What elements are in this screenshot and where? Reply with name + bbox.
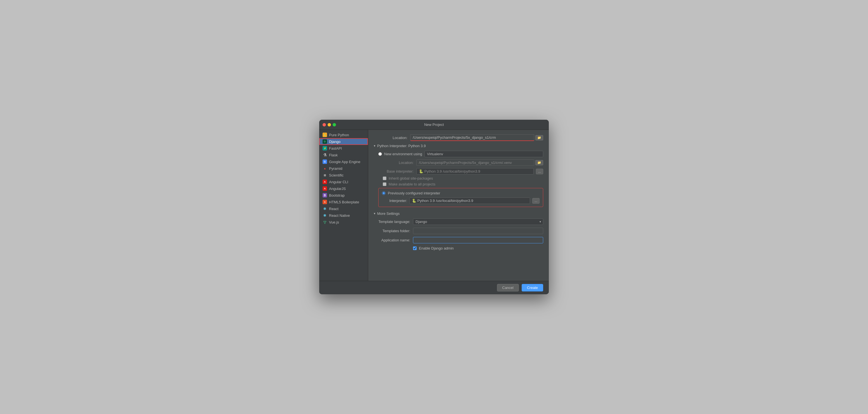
more-settings-header[interactable]: ▾ More Settings bbox=[374, 211, 543, 216]
sidebar-item-angularjs[interactable]: A AngularJS bbox=[319, 185, 368, 192]
new-environment-radio[interactable] bbox=[378, 152, 382, 156]
sidebar-item-vuejs[interactable]: ▽ Vue.js bbox=[319, 219, 368, 226]
sidebar-item-bootstrap[interactable]: B Bootstrap bbox=[319, 192, 368, 199]
make-available-checkbox[interactable] bbox=[383, 182, 386, 186]
make-available-label: Make available to all projects bbox=[389, 182, 435, 186]
application-name-label: Application name: bbox=[374, 238, 413, 242]
sidebar-item-scientific[interactable]: ⊞ Scientific bbox=[319, 172, 368, 178]
virtualenv-select[interactable]: Virtualenv bbox=[425, 151, 543, 157]
interpreter-browse-button[interactable]: ... bbox=[532, 198, 539, 204]
traffic-lights bbox=[322, 123, 336, 127]
google-icon: G bbox=[322, 160, 327, 164]
enable-django-admin-row: Enable Django admin bbox=[413, 246, 543, 250]
content-area: 🐍 Pure Python D Django ⚡ FastAPI ⚗ Flask… bbox=[319, 130, 549, 281]
sidebar-label-fastapi: FastAPI bbox=[329, 146, 342, 150]
venv-location-row: Location: 📁 bbox=[383, 160, 543, 166]
base-interpreter-select[interactable]: 🐍 Python 3.9 /usr/local/bin/python3.9 bbox=[416, 168, 534, 175]
interpreter-field-label: Interpreter: bbox=[382, 199, 407, 203]
interpreter-collapse-arrow: ▾ bbox=[374, 144, 375, 148]
window-title: New Project bbox=[424, 123, 444, 127]
location-browse-button[interactable]: 📁 bbox=[535, 135, 543, 140]
sidebar-item-html5-boilerplate[interactable]: 5 HTML5 Boilerplate bbox=[319, 199, 368, 205]
sidebar-label-google-app-engine: Google App Engine bbox=[329, 160, 360, 164]
application-name-row: Application name: bbox=[374, 237, 543, 243]
base-interpreter-label: Base interpreter: bbox=[383, 169, 416, 173]
react-native-icon: ⚛ bbox=[322, 213, 327, 218]
interpreter-select-row: Interpreter: 🐍 Python 3.9 /usr/local/bin… bbox=[382, 198, 539, 204]
interpreter-select[interactable]: 🐍 Python 3.9 /usr/local/bin/python3.9 bbox=[409, 198, 530, 204]
sidebar: 🐍 Pure Python D Django ⚡ FastAPI ⚗ Flask… bbox=[319, 130, 368, 281]
sidebar-label-angularjs: AngularJS bbox=[329, 186, 346, 191]
interpreter-select-wrapper: 🐍 Python 3.9 /usr/local/bin/python3.9 ..… bbox=[409, 198, 539, 204]
template-language-select-wrapper: Django bbox=[413, 218, 543, 225]
close-button[interactable] bbox=[322, 123, 326, 127]
minimize-button[interactable] bbox=[328, 123, 331, 127]
sidebar-label-react-native: React Native bbox=[329, 213, 350, 218]
sidebar-item-flask[interactable]: ⚗ Flask bbox=[319, 151, 368, 158]
interpreter-section-header[interactable]: ▾ Python Interpreter: Python 3.9 bbox=[374, 144, 543, 148]
sidebar-label-pyramid: Pyramid bbox=[329, 166, 342, 171]
template-language-row: Template language: Django bbox=[374, 218, 543, 225]
template-language-label: Template language: bbox=[374, 219, 413, 224]
enable-django-admin-label: Enable Django admin bbox=[419, 246, 454, 250]
new-project-dialog: New Project 🐍 Pure Python D Django ⚡ Fas… bbox=[319, 120, 549, 294]
cancel-button[interactable]: Cancel bbox=[497, 284, 519, 291]
angularjs-icon: A bbox=[322, 186, 327, 191]
sidebar-label-pure-python: Pure Python bbox=[329, 133, 349, 137]
snake-icon: 🐍 bbox=[322, 133, 327, 137]
sidebar-item-pure-python[interactable]: 🐍 Pure Python bbox=[319, 132, 368, 138]
scientific-icon: ⊞ bbox=[322, 173, 327, 177]
virtualenv-select-wrapper: Virtualenv bbox=[425, 151, 543, 157]
templates-folder-label: Templates folder: bbox=[374, 229, 413, 233]
sidebar-label-flask: Flask bbox=[329, 153, 338, 157]
location-input[interactable] bbox=[410, 134, 534, 141]
inherit-checkbox[interactable] bbox=[383, 176, 386, 180]
previously-configured-section: Previously configured interpreter Interp… bbox=[378, 188, 543, 207]
sidebar-item-django[interactable]: D Django bbox=[319, 138, 368, 145]
templates-folder-row: Templates folder: bbox=[374, 228, 543, 234]
create-button[interactable]: Create bbox=[522, 284, 543, 291]
sidebar-item-react-native[interactable]: ⚛ React Native bbox=[319, 212, 368, 219]
interpreter-section-title: Python Interpreter: Python 3.9 bbox=[377, 144, 426, 148]
sidebar-label-bootstrap: Bootstrap bbox=[329, 193, 345, 198]
enable-django-admin-checkbox[interactable] bbox=[413, 246, 416, 250]
maximize-button[interactable] bbox=[333, 123, 336, 127]
base-interpreter-browse-button[interactable]: ... bbox=[536, 169, 543, 174]
inherit-checkbox-row: Inherit global site-packages bbox=[383, 176, 543, 180]
main-panel: Location: 📁 ▾ Python Interpreter: Python… bbox=[368, 130, 549, 281]
sidebar-item-pyramid[interactable]: 🔺 Pyramid bbox=[319, 165, 368, 172]
more-settings-section: ▾ More Settings Template language: Djang… bbox=[374, 211, 543, 252]
base-interpreter-row: Base interpreter: 🐍 Python 3.9 /usr/loca… bbox=[383, 168, 543, 175]
application-name-input[interactable] bbox=[413, 237, 543, 243]
sidebar-label-scientific: Scientific bbox=[329, 173, 344, 177]
flask-icon: ⚗ bbox=[322, 153, 327, 157]
venv-location-label: Location: bbox=[383, 161, 416, 165]
sidebar-label-html5-boilerplate: HTML5 Boilerplate bbox=[329, 200, 359, 204]
template-language-select[interactable]: Django bbox=[413, 218, 543, 225]
new-environment-label[interactable]: New environment using bbox=[384, 152, 422, 156]
venv-browse-button[interactable]: 📁 bbox=[535, 160, 543, 165]
vuejs-icon: ▽ bbox=[322, 220, 327, 225]
inherit-label: Inherit global site-packages bbox=[389, 176, 433, 180]
sidebar-label-angular-cli: Angular CLI bbox=[329, 180, 348, 184]
make-available-checkbox-row: Make available to all projects bbox=[383, 182, 543, 186]
previously-configured-row: Previously configured interpreter bbox=[382, 191, 539, 195]
more-settings-content: Template language: Django Templates fold… bbox=[374, 218, 543, 250]
sidebar-item-angular-cli[interactable]: A Angular CLI bbox=[319, 178, 368, 185]
previously-configured-label[interactable]: Previously configured interpreter bbox=[388, 191, 440, 195]
sidebar-label-django: Django bbox=[329, 140, 340, 144]
venv-location-input-wrapper: 📁 bbox=[416, 160, 543, 166]
templates-folder-input[interactable] bbox=[413, 228, 543, 234]
location-input-wrapper: 📁 bbox=[410, 134, 543, 141]
titlebar: New Project bbox=[319, 120, 549, 130]
sidebar-item-google-app-engine[interactable]: G Google App Engine bbox=[319, 158, 368, 165]
venv-location-input[interactable] bbox=[416, 160, 534, 166]
base-interpreter-wrapper: 🐍 Python 3.9 /usr/local/bin/python3.9 ..… bbox=[416, 168, 543, 175]
previously-configured-radio[interactable] bbox=[382, 191, 385, 195]
location-label: Location: bbox=[374, 136, 410, 140]
sidebar-label-react: React bbox=[329, 207, 339, 211]
sidebar-item-react[interactable]: ⚛ React bbox=[319, 205, 368, 212]
bootstrap-icon: B bbox=[322, 193, 327, 198]
sidebar-item-fastapi[interactable]: ⚡ FastAPI bbox=[319, 145, 368, 151]
angular-cli-icon: A bbox=[322, 180, 327, 184]
